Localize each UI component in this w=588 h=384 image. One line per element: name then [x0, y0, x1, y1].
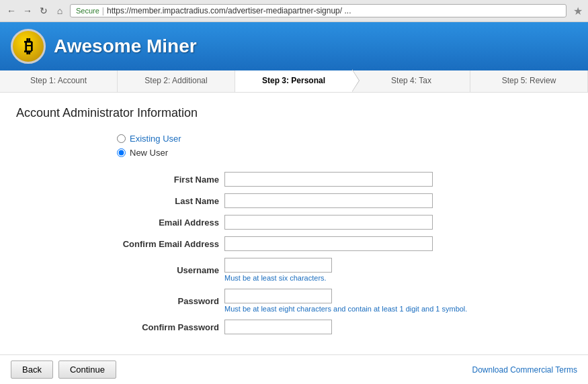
- continue-button[interactable]: Continue: [58, 361, 116, 379]
- existing-user-radio-label[interactable]: Existing User: [117, 134, 572, 144]
- steps-navigation: Step 1: Account Step 2: Additional Step …: [0, 70, 588, 93]
- refresh-button[interactable]: ↻: [38, 5, 50, 17]
- confirm-password-row: Confirm Password: [117, 316, 472, 338]
- password-label: Password: [117, 285, 224, 316]
- email-cell: [224, 211, 472, 233]
- step-1-account[interactable]: Step 1: Account: [0, 70, 118, 92]
- section-title: Account Administrator Information: [16, 106, 572, 120]
- forward-nav-button[interactable]: →: [22, 5, 34, 17]
- username-hint: Must be at least six characters.: [224, 274, 467, 282]
- form-table: First Name Last Name Email Address Confi…: [117, 169, 472, 338]
- footer-left-buttons: Back Continue: [11, 361, 116, 379]
- step-4-tax[interactable]: Step 4: Tax: [353, 70, 470, 92]
- logo-bitcoin-icon: ₿: [24, 36, 33, 57]
- existing-user-radio[interactable]: [117, 134, 126, 143]
- email-row: Email Address: [117, 211, 472, 233]
- new-user-radio-label[interactable]: New User: [117, 148, 572, 158]
- secure-label: Secure: [76, 7, 99, 15]
- site-header: ₿ Awesome Miner: [0, 22, 588, 70]
- confirm-email-label: Confirm Email Address: [117, 233, 224, 254]
- new-user-radio[interactable]: [117, 148, 126, 157]
- email-input[interactable]: [224, 215, 433, 230]
- main-content: Account Administrator Information Existi…: [0, 93, 588, 351]
- last-name-label: Last Name: [117, 190, 224, 211]
- first-name-input[interactable]: [224, 172, 433, 187]
- site-title: Awesome Miner: [54, 36, 197, 57]
- back-button[interactable]: Back: [11, 361, 53, 379]
- form-area: Existing User New User First Name Last N…: [117, 134, 572, 338]
- browser-chrome: ← → ↻ ⌂ Secure | https://member.impactra…: [0, 0, 588, 22]
- confirm-password-cell: [224, 316, 472, 338]
- confirm-email-input[interactable]: [224, 236, 433, 251]
- password-hint: Must be at least eight characters and co…: [224, 305, 467, 313]
- step-2-additional[interactable]: Step 2: Additional: [118, 70, 235, 92]
- password-input[interactable]: [224, 289, 332, 303]
- password-cell: Must be at least eight characters and co…: [224, 285, 472, 316]
- step-3-personal[interactable]: Step 3: Personal: [235, 70, 353, 92]
- first-name-row: First Name: [117, 169, 472, 190]
- site-logo: ₿: [11, 29, 46, 64]
- step-5-review[interactable]: Step 5: Review: [470, 70, 588, 92]
- back-nav-button[interactable]: ←: [5, 5, 17, 17]
- last-name-row: Last Name: [117, 190, 472, 211]
- bookmark-button[interactable]: ★: [573, 5, 583, 17]
- page-footer: Back Continue Download Commercial Terms: [0, 354, 588, 384]
- username-cell: Must be at least six characters.: [224, 254, 472, 285]
- username-row: Username Must be at least six characters…: [117, 254, 472, 285]
- home-button[interactable]: ⌂: [54, 5, 66, 17]
- confirm-email-row: Confirm Email Address: [117, 233, 472, 254]
- confirm-email-cell: [224, 233, 472, 254]
- username-input[interactable]: [224, 258, 332, 273]
- user-type-radio-group: Existing User New User: [117, 134, 572, 158]
- download-commercial-terms-link[interactable]: Download Commercial Terms: [472, 365, 578, 375]
- address-bar: Secure | https://member.impactradius.com…: [70, 4, 566, 17]
- first-name-label: First Name: [117, 169, 224, 190]
- email-label: Email Address: [117, 211, 224, 233]
- password-row: Password Must be at least eight characte…: [117, 285, 472, 316]
- username-label: Username: [117, 254, 224, 285]
- last-name-cell: [224, 190, 472, 211]
- address-text: https://member.impactradius.com/advertis…: [107, 6, 351, 15]
- first-name-cell: [224, 169, 472, 190]
- last-name-input[interactable]: [224, 193, 433, 208]
- confirm-password-input[interactable]: [224, 320, 332, 334]
- confirm-password-label: Confirm Password: [117, 316, 224, 338]
